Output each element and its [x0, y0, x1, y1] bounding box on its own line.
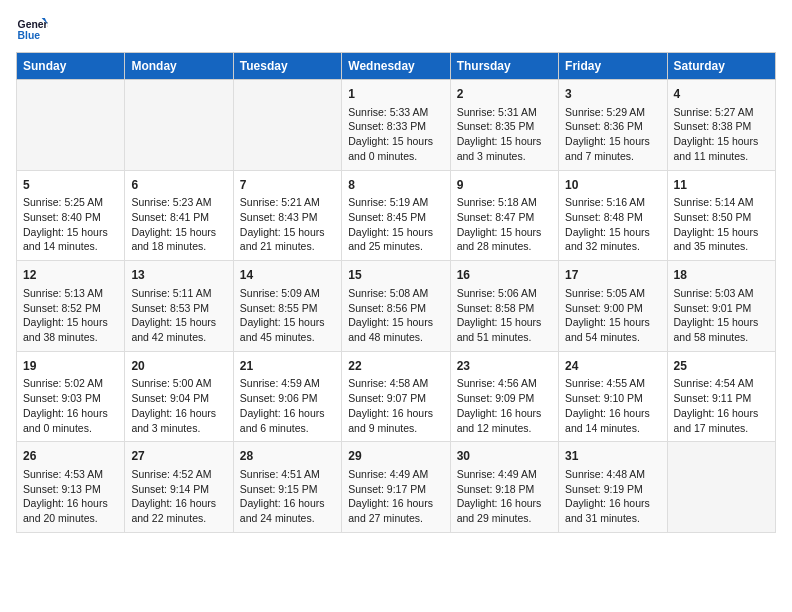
- day-number: 8: [348, 177, 443, 194]
- day-number: 19: [23, 358, 118, 375]
- day-info-text: Sunrise: 5:03 AM: [674, 286, 769, 301]
- day-info-text: Sunset: 9:18 PM: [457, 482, 552, 497]
- calendar-cell: 20Sunrise: 5:00 AMSunset: 9:04 PMDayligh…: [125, 351, 233, 442]
- day-info-text: Sunset: 8:33 PM: [348, 119, 443, 134]
- day-info-text: Sunrise: 4:53 AM: [23, 467, 118, 482]
- day-info-text: and 11 minutes.: [674, 149, 769, 164]
- day-info-text: and 14 minutes.: [565, 421, 660, 436]
- day-info-text: Daylight: 16 hours: [457, 406, 552, 421]
- day-info-text: Sunrise: 5:16 AM: [565, 195, 660, 210]
- day-number: 4: [674, 86, 769, 103]
- day-info-text: and 51 minutes.: [457, 330, 552, 345]
- day-info-text: Sunrise: 5:08 AM: [348, 286, 443, 301]
- calendar-table: SundayMondayTuesdayWednesdayThursdayFrid…: [16, 52, 776, 533]
- day-info-text: Sunrise: 5:27 AM: [674, 105, 769, 120]
- calendar-cell: 6Sunrise: 5:23 AMSunset: 8:41 PMDaylight…: [125, 170, 233, 261]
- day-number: 26: [23, 448, 118, 465]
- svg-text:General: General: [18, 19, 48, 30]
- day-info-text: Daylight: 16 hours: [240, 406, 335, 421]
- day-info-text: Sunset: 8:53 PM: [131, 301, 226, 316]
- day-info-text: Daylight: 16 hours: [348, 496, 443, 511]
- day-number: 14: [240, 267, 335, 284]
- day-info-text: Sunset: 9:19 PM: [565, 482, 660, 497]
- day-info-text: Daylight: 16 hours: [565, 406, 660, 421]
- day-info-text: and 6 minutes.: [240, 421, 335, 436]
- day-info-text: Sunset: 8:50 PM: [674, 210, 769, 225]
- day-info-text: Sunset: 9:09 PM: [457, 391, 552, 406]
- calendar-cell: 26Sunrise: 4:53 AMSunset: 9:13 PMDayligh…: [17, 442, 125, 533]
- day-number: 2: [457, 86, 552, 103]
- day-header-friday: Friday: [559, 53, 667, 80]
- calendar-cell: 28Sunrise: 4:51 AMSunset: 9:15 PMDayligh…: [233, 442, 341, 533]
- day-number: 7: [240, 177, 335, 194]
- day-info-text: and 54 minutes.: [565, 330, 660, 345]
- day-info-text: and 28 minutes.: [457, 239, 552, 254]
- calendar-cell: 11Sunrise: 5:14 AMSunset: 8:50 PMDayligh…: [667, 170, 775, 261]
- day-info-text: and 21 minutes.: [240, 239, 335, 254]
- day-info-text: Sunrise: 5:06 AM: [457, 286, 552, 301]
- day-info-text: Daylight: 15 hours: [240, 315, 335, 330]
- day-number: 25: [674, 358, 769, 375]
- day-info-text: Daylight: 15 hours: [348, 315, 443, 330]
- day-info-text: and 12 minutes.: [457, 421, 552, 436]
- day-info-text: Sunset: 8:40 PM: [23, 210, 118, 225]
- day-info-text: Daylight: 15 hours: [23, 225, 118, 240]
- day-info-text: Sunset: 9:15 PM: [240, 482, 335, 497]
- week-row-3: 12Sunrise: 5:13 AMSunset: 8:52 PMDayligh…: [17, 261, 776, 352]
- day-info-text: Sunrise: 5:02 AM: [23, 376, 118, 391]
- day-info-text: Daylight: 15 hours: [565, 315, 660, 330]
- calendar-cell: [667, 442, 775, 533]
- day-info-text: Sunset: 9:04 PM: [131, 391, 226, 406]
- day-info-text: Daylight: 15 hours: [457, 225, 552, 240]
- day-info-text: Daylight: 16 hours: [23, 406, 118, 421]
- day-info-text: and 31 minutes.: [565, 511, 660, 526]
- day-info-text: Sunrise: 4:48 AM: [565, 467, 660, 482]
- calendar-cell: 17Sunrise: 5:05 AMSunset: 9:00 PMDayligh…: [559, 261, 667, 352]
- day-info-text: Sunrise: 4:58 AM: [348, 376, 443, 391]
- day-info-text: Sunset: 9:01 PM: [674, 301, 769, 316]
- day-number: 16: [457, 267, 552, 284]
- day-info-text: Daylight: 16 hours: [457, 496, 552, 511]
- week-row-5: 26Sunrise: 4:53 AMSunset: 9:13 PMDayligh…: [17, 442, 776, 533]
- day-info-text: Sunset: 8:38 PM: [674, 119, 769, 134]
- day-info-text: Daylight: 15 hours: [674, 134, 769, 149]
- calendar-cell: 19Sunrise: 5:02 AMSunset: 9:03 PMDayligh…: [17, 351, 125, 442]
- day-info-text: Sunrise: 5:23 AM: [131, 195, 226, 210]
- day-number: 21: [240, 358, 335, 375]
- day-info-text: and 38 minutes.: [23, 330, 118, 345]
- day-info-text: Sunrise: 4:56 AM: [457, 376, 552, 391]
- day-info-text: Sunset: 8:52 PM: [23, 301, 118, 316]
- day-info-text: and 27 minutes.: [348, 511, 443, 526]
- day-info-text: Sunset: 8:47 PM: [457, 210, 552, 225]
- day-info-text: and 7 minutes.: [565, 149, 660, 164]
- day-info-text: Sunset: 8:36 PM: [565, 119, 660, 134]
- day-info-text: Sunrise: 4:52 AM: [131, 467, 226, 482]
- day-info-text: and 0 minutes.: [348, 149, 443, 164]
- day-number: 15: [348, 267, 443, 284]
- day-number: 24: [565, 358, 660, 375]
- day-info-text: Sunrise: 4:51 AM: [240, 467, 335, 482]
- day-number: 9: [457, 177, 552, 194]
- day-info-text: Daylight: 16 hours: [131, 406, 226, 421]
- day-info-text: Daylight: 16 hours: [348, 406, 443, 421]
- day-info-text: Daylight: 15 hours: [131, 315, 226, 330]
- day-info-text: Sunrise: 5:00 AM: [131, 376, 226, 391]
- day-header-thursday: Thursday: [450, 53, 558, 80]
- day-info-text: Sunrise: 5:11 AM: [131, 286, 226, 301]
- day-number: 29: [348, 448, 443, 465]
- week-row-1: 1Sunrise: 5:33 AMSunset: 8:33 PMDaylight…: [17, 80, 776, 171]
- calendar-cell: [17, 80, 125, 171]
- day-info-text: and 9 minutes.: [348, 421, 443, 436]
- day-info-text: Sunrise: 5:21 AM: [240, 195, 335, 210]
- day-header-monday: Monday: [125, 53, 233, 80]
- day-info-text: Daylight: 15 hours: [348, 225, 443, 240]
- day-info-text: Sunset: 9:06 PM: [240, 391, 335, 406]
- day-info-text: Sunset: 8:45 PM: [348, 210, 443, 225]
- calendar-cell: 9Sunrise: 5:18 AMSunset: 8:47 PMDaylight…: [450, 170, 558, 261]
- day-number: 12: [23, 267, 118, 284]
- day-info-text: and 20 minutes.: [23, 511, 118, 526]
- day-header-saturday: Saturday: [667, 53, 775, 80]
- week-row-4: 19Sunrise: 5:02 AMSunset: 9:03 PMDayligh…: [17, 351, 776, 442]
- day-info-text: Sunset: 8:48 PM: [565, 210, 660, 225]
- day-info-text: Sunset: 8:43 PM: [240, 210, 335, 225]
